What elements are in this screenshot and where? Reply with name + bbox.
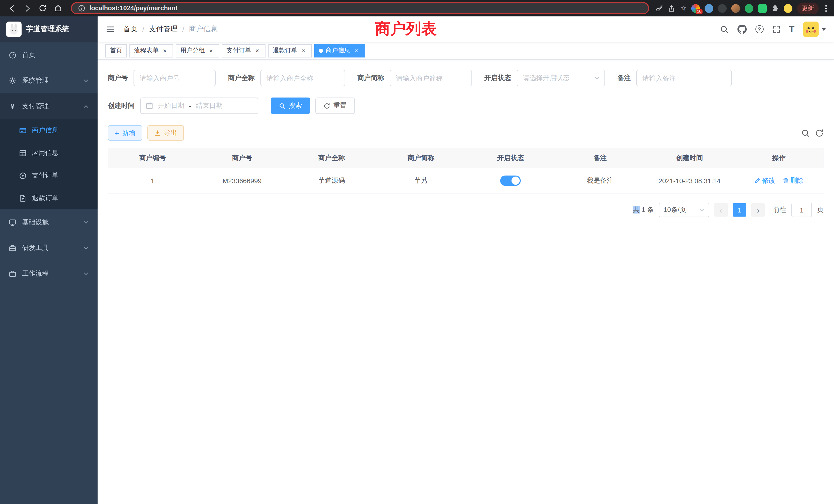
reset-button[interactable]: 重置 [315, 97, 355, 114]
goto-label: 前往 [773, 205, 786, 214]
sidebar-item-merchant-info[interactable]: 商户信息 [0, 119, 97, 142]
extension-avatar-icon[interactable] [731, 4, 740, 13]
sidebar-item-refund-order[interactable]: 退款订单 [0, 187, 97, 209]
extension-green-doc-icon[interactable] [758, 4, 767, 13]
breadcrumb-pay[interactable]: 支付管理 [149, 25, 178, 34]
close-icon[interactable]: × [254, 47, 261, 54]
search-icon[interactable] [720, 25, 728, 33]
sidebar-item-label: 支付订单 [32, 171, 59, 180]
sidebar-item-label: 应用信息 [32, 148, 59, 158]
add-button[interactable]: + 新增 [108, 125, 142, 141]
pagination: 共 1 条 10条/页 ‹ 1 › 前往 页 [108, 203, 824, 217]
browser-menu-icon[interactable] [823, 5, 829, 12]
pay-submenu: 商户信息 应用信息 支付订单 [0, 119, 97, 209]
merchant-shortname-input[interactable] [390, 70, 472, 86]
user-menu[interactable] [803, 22, 826, 37]
refresh-icon[interactable] [36, 2, 49, 15]
sidebar-item-system[interactable]: 系统管理 [0, 68, 97, 93]
cell-create-time: 2021-10-23 08:31:14 [645, 168, 734, 193]
sidebar-item-app-info[interactable]: 应用信息 [0, 142, 97, 164]
sidebar-item-infra[interactable]: 基础设施 [0, 209, 97, 235]
page-size-select[interactable]: 10条/页 [659, 203, 709, 217]
sidebar-item-devtools[interactable]: 研发工具 [0, 235, 97, 261]
close-icon[interactable]: × [300, 47, 307, 54]
sidebar-item-home[interactable]: 首页 [0, 42, 97, 68]
merchant-no-input[interactable] [133, 70, 216, 86]
extensions-puzzle-icon[interactable] [771, 4, 779, 12]
sidebar-item-pay-order[interactable]: 支付订单 [0, 164, 97, 187]
sidebar-item-label: 退款订单 [32, 193, 59, 203]
field-label: 商户号 [108, 73, 128, 83]
edit-link[interactable]: 修改 [754, 176, 775, 185]
extension-blue-icon[interactable] [705, 4, 713, 13]
extension-dark-icon[interactable] [718, 4, 727, 13]
goto-page-input[interactable] [791, 203, 812, 217]
status-select[interactable]: 请选择开启状态 [517, 70, 605, 86]
page-1-button[interactable]: 1 [733, 203, 746, 216]
delete-link[interactable]: 删除 [783, 176, 804, 185]
remark-input[interactable] [636, 70, 732, 86]
sidebar-fold-icon[interactable] [106, 25, 115, 34]
status-toggle[interactable] [500, 176, 521, 186]
extension-green-circle-icon[interactable] [745, 4, 753, 13]
help-icon[interactable]: ? [755, 25, 763, 33]
tag-process-form[interactable]: 流程表单 × [129, 44, 173, 57]
close-icon[interactable]: × [161, 47, 169, 54]
bookmark-star-icon[interactable]: ☆ [680, 5, 687, 12]
cell-short-name: 芋艿 [376, 168, 466, 193]
export-button[interactable]: 导出 [147, 125, 184, 141]
date-separator: - [189, 102, 191, 110]
tag-pay-order[interactable]: 支付订单 × [222, 44, 265, 57]
extension-colorful-icon[interactable]: 10 [691, 4, 700, 13]
page-size-value: 10条/页 [663, 205, 686, 214]
tag-home[interactable]: 首页 [105, 44, 127, 57]
column-header: 商户编号 [108, 148, 197, 168]
info-icon[interactable] [78, 5, 85, 12]
tag-merchant-info[interactable]: 商户信息 × [314, 44, 365, 57]
url-bar[interactable]: localhost:1024/pay/merchant [71, 2, 650, 14]
column-header: 创建时间 [645, 148, 734, 168]
date-range-picker[interactable]: 开始日期 - 结束日期 [140, 97, 258, 114]
field-label: 商户简称 [357, 73, 384, 83]
screen: localhost:1024/pay/merchant ☆ 10 更新 [0, 0, 834, 504]
breadcrumb-home[interactable]: 首页 [123, 25, 138, 34]
profile-avatar-icon[interactable] [784, 4, 792, 13]
sidebar-item-label: 基础设施 [22, 217, 49, 227]
sidebar-item-workflow[interactable]: 工作流程 [0, 261, 97, 287]
tag-user-group[interactable]: 用户分组 × [176, 44, 219, 57]
filter-row-1: 商户号 商户全称 商户简称 开启状态 请选择开启状态 [108, 70, 824, 86]
total-suffix: 条 [647, 206, 654, 213]
sidebar-item-pay[interactable]: ¥ 支付管理 [0, 93, 97, 119]
forward-icon[interactable] [21, 2, 34, 15]
url-text: localhost:1024/pay/merchant [89, 5, 177, 12]
key-icon[interactable] [656, 4, 663, 12]
back-icon[interactable] [5, 2, 19, 15]
share-icon[interactable] [668, 4, 676, 12]
browser-update-button[interactable]: 更新 [797, 2, 818, 14]
chevron-up-icon [83, 104, 89, 109]
app-logo[interactable]: 芋道管理系统 [0, 17, 97, 42]
close-icon[interactable]: × [353, 47, 360, 54]
chevron-down-icon [83, 271, 89, 276]
refresh-icon [324, 102, 330, 109]
chevron-down-icon [594, 75, 600, 81]
github-icon[interactable] [737, 25, 746, 34]
search-icon [279, 102, 286, 109]
field-label: 商户全称 [228, 73, 255, 83]
close-icon[interactable]: × [207, 47, 215, 54]
next-page-button[interactable]: › [751, 203, 765, 216]
search-button[interactable]: 搜索 [271, 97, 310, 114]
font-size-icon[interactable]: T [789, 24, 794, 35]
chevron-down-icon [699, 207, 705, 213]
prev-page-button[interactable]: ‹ [714, 203, 728, 216]
refresh-table-icon[interactable] [815, 129, 824, 137]
column-header: 操作 [734, 148, 824, 168]
tag-label: 用户分组 [180, 46, 205, 55]
tag-refund-order[interactable]: 退款订单 × [268, 44, 312, 57]
merchant-fullname-input[interactable] [260, 70, 345, 86]
toggle-search-icon[interactable] [801, 129, 810, 137]
tags-view: 首页 流程表单 × 用户分组 × 支付订单 × 退款订单 × [97, 42, 834, 60]
fullscreen-icon[interactable] [772, 25, 780, 33]
page-title-annotation: 商户列表 [375, 19, 437, 40]
home-icon[interactable] [51, 2, 65, 15]
